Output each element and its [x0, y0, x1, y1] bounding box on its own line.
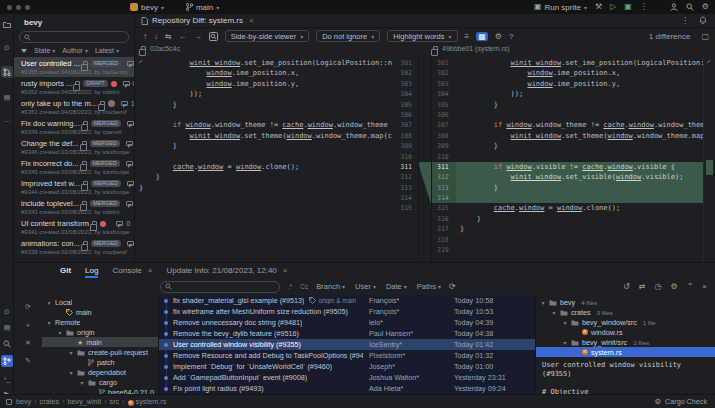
breadcrumb-item[interactable]: bevy_winit [68, 397, 102, 406]
project-selector[interactable]: bevy ▾ [130, 3, 164, 12]
branch-node-create-pull-request[interactable]: ▾create-pull-request [42, 347, 158, 357]
breadcrumb-item[interactable]: system.rs [136, 397, 167, 406]
code-line[interactable]: winit_window.set_theme(window.window_the… [456, 131, 703, 141]
edit-branch-icon[interactable]: ✎ [22, 355, 34, 367]
code-line[interactable]: if window.window_theme != cache.window.w… [456, 120, 703, 130]
close-window-icon[interactable] [7, 5, 12, 10]
match-case-toggle[interactable]: Cc [300, 283, 308, 290]
pr-list-item[interactable]: UI content transform0#9341 created 03/08… [14, 217, 134, 237]
chevron-expanded-icon[interactable]: ▾ [562, 319, 568, 326]
state-filter[interactable]: State ▾ [34, 47, 55, 54]
branch-selector[interactable]: main ▾ [186, 3, 219, 12]
branch-filter[interactable]: Branch▾ [316, 282, 345, 291]
code-line[interactable] [135, 152, 392, 162]
code-line[interactable]: } [135, 172, 392, 182]
code-line[interactable]: cache.window = window.clone(); [135, 162, 392, 172]
breadcrumb-item[interactable]: bevy [16, 397, 31, 406]
chevron-expanded-icon[interactable]: ▾ [46, 319, 52, 326]
close-tab-icon[interactable]: × [148, 266, 153, 275]
tab-update-info-21-08-2023-12-40[interactable]: Update Info: 21/08/2023, 12:40× [167, 263, 288, 278]
next-difference-icon[interactable]: ↓ [154, 32, 158, 41]
run-icon[interactable]: ▷ [610, 2, 616, 12]
right-revision[interactable]: 49bbbe01 (system.rs) [433, 45, 510, 52]
highlight-mode-dropdown[interactable]: Highlight words▾ [387, 30, 457, 42]
code-line[interactable] [135, 193, 392, 203]
chevron-expanded-icon[interactable]: ▾ [540, 299, 546, 306]
pull-requests-icon[interactable] [1, 66, 13, 78]
close-tab-icon[interactable]: × [249, 16, 254, 25]
more-icon[interactable]: ⋮ [681, 16, 689, 25]
find-icon[interactable] [1, 338, 13, 350]
window-controls[interactable] [7, 5, 30, 10]
branch-node-local[interactable]: ▾Local [42, 297, 158, 307]
diff-settings-icon[interactable]: ⚙ [495, 32, 502, 41]
previous-difference-icon[interactable]: ↑ [143, 32, 147, 41]
code-line[interactable]: winit_window.set_visible(window.visible)… [456, 172, 703, 182]
delete-branch-icon[interactable]: ✕ [22, 337, 34, 349]
branch-node-patch[interactable]: patch [42, 357, 158, 367]
editor-gear-icon[interactable]: ▢ [701, 32, 709, 41]
log-search-input[interactable] [160, 281, 280, 293]
new-branch-icon[interactable]: + [22, 319, 34, 331]
pr-list-item[interactable]: rusty imports ...DRAFT0#9352 created 04/… [14, 77, 134, 97]
fetch-icon[interactable]: ⟳ [22, 301, 34, 313]
git-tool-icon[interactable] [1, 355, 13, 367]
help-icon[interactable]: ? [509, 32, 513, 41]
minimize-window-icon[interactable] [16, 5, 21, 10]
breadcrumb-item[interactable]: crates [40, 397, 60, 406]
jump-to-source-icon[interactable] [209, 32, 218, 41]
code-line[interactable]: winit_window.set_theme(window.window_the… [135, 131, 392, 141]
left-revision[interactable]: 02ac5c4c [141, 45, 180, 52]
swap-sides-icon[interactable]: ⇆ [165, 32, 172, 41]
pr-search-input[interactable] [19, 31, 129, 43]
user-filter[interactable]: User▾ [355, 282, 376, 291]
close-tab-icon[interactable]: × [283, 266, 288, 275]
expand-panel-icon[interactable]: ⌃ [687, 282, 694, 291]
pr-list-item[interactable]: only take up to the m...1#9351 created 0… [14, 97, 134, 117]
pr-list-item[interactable]: Fix doc warning...MERGED0#9349 created 0… [14, 117, 134, 137]
date-filter[interactable]: Date▾ [386, 282, 407, 291]
more-tools-icon[interactable]: ⋯ [1, 116, 13, 128]
breadcrumb[interactable]: bevy›crates›bevy_winit›src›Rsystem.rs [16, 397, 166, 406]
problems-icon[interactable]: ⊙ [1, 306, 13, 318]
pr-list-item[interactable]: Change the def...MERGED0#9346 created 03… [14, 137, 134, 157]
code-line[interactable] [135, 203, 392, 213]
code-line[interactable]: winit_window.set_ime_position(LogicalPos… [456, 58, 703, 68]
chevron-expanded-icon[interactable]: ▾ [79, 379, 85, 386]
refresh-log-icon[interactable]: ⟳ [449, 282, 456, 291]
file-node-window.rs[interactable]: Rwindow.rs [536, 327, 715, 337]
back-icon[interactable]: ← [179, 32, 187, 41]
maximize-window-icon[interactable] [25, 5, 30, 10]
code-line[interactable]: } [135, 183, 392, 193]
pr-list-item[interactable]: animations: con...MERGED0#9339 created 0… [14, 237, 134, 257]
code-line[interactable] [456, 110, 703, 120]
collapse-unchanged-icon[interactable]: ≡ [465, 32, 470, 41]
branch-node-main[interactable]: main [42, 307, 158, 317]
commit-row[interactable]: Remove the bevy_dylib feature (#9516)Pau… [159, 328, 535, 339]
code-line[interactable]: } [456, 183, 703, 193]
code-line[interactable]: if window.visible != cache.window.visibl… [456, 162, 703, 172]
commit-row[interactable]: Fix point light radius (#9493)Ada Hieta*… [159, 383, 535, 394]
breadcrumb-item[interactable]: src [110, 397, 120, 406]
todo-icon[interactable]: ▤ [1, 322, 13, 334]
file-node-system.rs[interactable]: Rsystem.rs [536, 347, 715, 357]
code-line[interactable] [456, 245, 703, 255]
author-filter[interactable]: Author ▾ [62, 47, 88, 54]
code-line[interactable]: } [456, 224, 703, 234]
file-node-bevy-winit-src[interactable]: ▾bevy_winit/src2 files [536, 337, 715, 347]
file-node-bevy-window-src[interactable]: ▾bevy_window/src1 file [536, 317, 715, 327]
code-line[interactable]: window.ime_position.y, [456, 79, 703, 89]
change-marker[interactable] [706, 160, 713, 175]
code-line[interactable]: } [456, 100, 703, 110]
regex-toggle[interactable]: .* [288, 283, 292, 290]
background-task[interactable]: ⚙ Cargo Check [655, 397, 707, 406]
debug-icon[interactable]: ▣ [624, 2, 632, 12]
tab-console[interactable]: Console× [112, 263, 152, 278]
reload-icon[interactable]: ↺ [623, 282, 630, 291]
pr-list-item[interactable]: User controlled ...MERGED0#9355 created … [14, 57, 134, 77]
code-line[interactable]: } [456, 141, 703, 151]
build-icon[interactable]: ⚒ [595, 2, 602, 12]
pr-list-item[interactable]: Fix incorrect do...MERGED0#9345 created … [14, 157, 134, 177]
notifications-bell-icon[interactable] [699, 16, 707, 25]
account-icon[interactable] [670, 3, 678, 11]
